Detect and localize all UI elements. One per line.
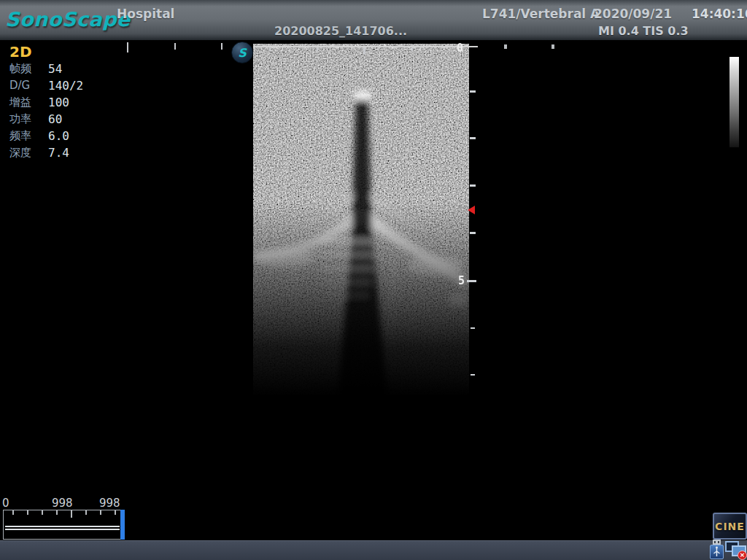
probe-badge-glyph: S xyxy=(238,46,247,60)
system-date: 2020/09/21 xyxy=(594,7,672,21)
param-value: 100 xyxy=(48,96,69,109)
depth-label-five: 5 xyxy=(458,274,465,287)
cine-scrollbar-track[interactable] xyxy=(3,510,123,540)
network-error-badge: × xyxy=(738,551,747,560)
cine-button[interactable]: CINE xyxy=(713,513,747,540)
usb-body xyxy=(710,545,724,559)
acoustic-output-indices: MI 0.4 TIS 0.3 xyxy=(598,24,689,38)
param-row: 频率 6.0 xyxy=(0,129,117,146)
tick xyxy=(317,47,318,51)
param-value: 140/2 xyxy=(48,79,83,93)
tick xyxy=(174,43,176,50)
tick xyxy=(551,44,554,49)
param-label: 深度 xyxy=(9,146,31,160)
top-bar: SonoScape Hospital L741/Vertebral A 2020… xyxy=(0,0,747,40)
cine-current-frame: 998 xyxy=(52,497,73,510)
tick xyxy=(504,44,507,49)
param-label: 频率 xyxy=(9,129,31,143)
probe-orientation-icon: S xyxy=(231,42,253,63)
param-row: 功率 60 xyxy=(0,112,117,129)
cine-position-handle[interactable] xyxy=(120,510,125,540)
ultrasound-frame xyxy=(253,44,469,396)
tick xyxy=(470,184,476,187)
param-value: 7.4 xyxy=(48,146,69,160)
close-icon: × xyxy=(740,552,746,559)
tick xyxy=(363,47,365,54)
tick xyxy=(471,327,475,329)
param-row: 帧频 54 xyxy=(0,62,117,79)
depth-label-zero: 0 xyxy=(457,42,463,55)
sonoscape-logo: SonoScape xyxy=(5,8,131,31)
param-label: 增益 xyxy=(9,96,31,109)
horizontal-ruler-line xyxy=(253,46,478,47)
tick xyxy=(411,47,413,51)
cine-button-label: CINE xyxy=(715,521,745,532)
mode-label: 2D xyxy=(9,43,32,61)
hospital-name: Hospital xyxy=(117,7,174,21)
param-label: D/G xyxy=(9,79,30,92)
param-value: 60 xyxy=(48,112,62,126)
system-time: 14:40:16 xyxy=(692,7,747,21)
study-id: 20200825_141706... xyxy=(274,24,407,38)
tick xyxy=(269,47,271,51)
cine-total-frames: 998 xyxy=(99,497,120,510)
tick xyxy=(470,90,476,93)
tick xyxy=(467,280,476,282)
tick xyxy=(470,232,476,234)
network-status-icon[interactable]: × xyxy=(725,541,747,560)
tick xyxy=(221,43,222,50)
grayscale-bar xyxy=(729,57,739,147)
param-row: 深度 7.4 xyxy=(0,146,117,163)
param-value: 6.0 xyxy=(48,129,69,143)
usb-icon[interactable] xyxy=(710,540,724,559)
param-label: 帧频 xyxy=(9,62,31,76)
param-value: 54 xyxy=(48,62,62,76)
tick xyxy=(127,42,128,52)
focus-marker-icon xyxy=(468,206,475,214)
param-row: D/G 140/2 xyxy=(0,79,117,96)
tick xyxy=(471,374,475,376)
tick xyxy=(470,137,476,139)
param-label: 功率 xyxy=(9,112,31,126)
taskbar xyxy=(0,540,747,560)
probe-preset-label: L741/Vertebral A xyxy=(482,7,600,21)
cine-start-frame: 0 xyxy=(2,497,9,510)
usb-cap xyxy=(713,540,721,545)
param-row: 增益 100 xyxy=(0,96,117,112)
ultrasound-image xyxy=(253,44,469,396)
